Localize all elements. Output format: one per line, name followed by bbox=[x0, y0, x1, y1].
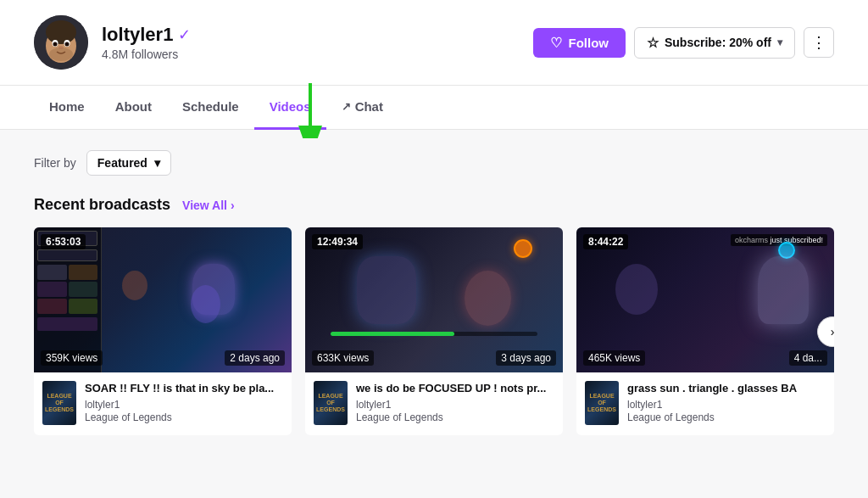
nav-home[interactable]: Home bbox=[34, 86, 100, 130]
svg-point-6 bbox=[65, 42, 70, 47]
thumbnail-1: 6:53:03 359K views 2 days ago bbox=[34, 227, 292, 372]
video-title-1: SOAR !! FLY !! is that in sky be pla... bbox=[85, 381, 283, 396]
channel-name: loltyler1 bbox=[102, 24, 173, 46]
dots-icon: ⋮ bbox=[811, 33, 826, 52]
days-3: 4 da... bbox=[789, 350, 827, 366]
svg-point-8 bbox=[58, 46, 64, 49]
video-card-1[interactable]: 6:53:03 359K views 2 days ago LEAGUEOFLE… bbox=[34, 227, 292, 435]
days-2: 3 days ago bbox=[496, 350, 556, 366]
video-title-3: grass sun . triangle . glasses BA bbox=[627, 381, 826, 396]
section-header: Recent broadcasts View All › bbox=[34, 196, 834, 214]
video-info-2: LEAGUEOFLEGENDS we is do be FOCUSED UP !… bbox=[305, 372, 563, 435]
video-meta-2: we is do be FOCUSED UP ! nots pr... lolt… bbox=[356, 381, 554, 423]
video-meta-1: SOAR !! FLY !! is that in sky be pla... … bbox=[85, 381, 283, 423]
filter-selected-value: Featured bbox=[97, 156, 147, 170]
channel-nav: Home About Schedule Videos ↗ Chat bbox=[0, 86, 868, 130]
views-1: 359K views bbox=[41, 350, 103, 366]
video-title-2: we is do be FOCUSED UP ! nots pr... bbox=[356, 381, 554, 396]
followers-count: 4.8M followers bbox=[102, 48, 191, 61]
video-channel-1: loltyler1 bbox=[85, 399, 283, 411]
video-channel-2: loltyler1 bbox=[356, 399, 554, 411]
follow-button[interactable]: ♡ Follow bbox=[533, 28, 626, 58]
video-game-2: League of Legends bbox=[356, 411, 554, 423]
view-all-label: View All bbox=[182, 199, 227, 212]
nav-about[interactable]: About bbox=[100, 86, 167, 130]
video-grid: 6:53:03 359K views 2 days ago LEAGUEOFLE… bbox=[34, 227, 834, 435]
svg-point-2 bbox=[46, 20, 76, 44]
nav-videos[interactable]: Videos bbox=[254, 86, 326, 130]
svg-point-5 bbox=[53, 42, 58, 47]
video-card-3[interactable]: okcharms just subscribed! 8:44:22 465K v… bbox=[576, 227, 834, 435]
avatar bbox=[34, 15, 88, 70]
nav-chat[interactable]: ↗ Chat bbox=[326, 86, 398, 130]
filter-chevron-icon: ▾ bbox=[154, 156, 160, 170]
external-arrow-icon: ↗ bbox=[342, 100, 351, 113]
svg-point-7 bbox=[49, 48, 73, 61]
game-thumbnail-1: LEAGUEOFLEGENDS bbox=[42, 381, 76, 425]
views-3: 465K views bbox=[583, 350, 645, 366]
filter-label: Filter by bbox=[34, 156, 76, 170]
verified-icon: ✓ bbox=[178, 25, 191, 44]
star-icon: ☆ bbox=[647, 35, 659, 51]
video-channel-3: loltyler1 bbox=[627, 399, 826, 411]
section-title: Recent broadcasts bbox=[34, 196, 170, 214]
channel-header: loltyler1 ✓ 4.8M followers ♡ Follow ☆ Su… bbox=[0, 0, 868, 86]
channel-identity: loltyler1 ✓ 4.8M followers bbox=[34, 15, 191, 70]
video-game-1: League of Legends bbox=[85, 411, 283, 423]
subscribe-label: Subscribe: 20% off bbox=[665, 36, 771, 49]
chevron-right-icon: › bbox=[831, 325, 834, 339]
video-card-2[interactable]: 12:49:34 633K views 3 days ago LEAGUEOFL… bbox=[305, 227, 563, 435]
views-2: 633K views bbox=[312, 350, 374, 366]
thumbnail-2: 12:49:34 633K views 3 days ago bbox=[305, 227, 563, 372]
heart-icon: ♡ bbox=[550, 35, 562, 51]
follow-label: Follow bbox=[568, 36, 609, 50]
nav-schedule[interactable]: Schedule bbox=[167, 86, 254, 130]
duration-3: 8:44:22 bbox=[583, 234, 628, 249]
game-thumbnail-2: LEAGUEOFLEGENDS bbox=[314, 381, 348, 425]
days-1: 2 days ago bbox=[225, 350, 285, 366]
duration-2: 12:49:34 bbox=[312, 234, 363, 249]
filter-dropdown[interactable]: Featured ▾ bbox=[86, 150, 171, 176]
chat-label: Chat bbox=[355, 99, 383, 114]
main-content: Filter by Featured ▾ Recent broadcasts V… bbox=[0, 130, 868, 456]
subscribe-button[interactable]: ☆ Subscribe: 20% off ▾ bbox=[634, 27, 795, 59]
video-info-3: LEAGUEOFLEGENDS grass sun . triangle . g… bbox=[576, 372, 834, 435]
video-meta-3: grass sun . triangle . glasses BA loltyl… bbox=[627, 381, 826, 423]
more-options-button[interactable]: ⋮ bbox=[804, 27, 834, 58]
chevron-right-icon: › bbox=[231, 199, 235, 212]
video-info-1: LEAGUEOFLEGENDS SOAR !! FLY !! is that i… bbox=[34, 372, 292, 435]
view-all-link[interactable]: View All › bbox=[182, 199, 235, 212]
game-thumbnail-3: LEAGUEOFLEGENDS bbox=[585, 381, 619, 425]
chevron-down-icon: ▾ bbox=[777, 36, 782, 48]
duration-1: 6:53:03 bbox=[41, 234, 86, 249]
channel-info: loltyler1 ✓ 4.8M followers bbox=[102, 24, 191, 61]
header-actions: ♡ Follow ☆ Subscribe: 20% off ▾ ⋮ bbox=[533, 27, 834, 59]
thumbnail-3: okcharms just subscribed! 8:44:22 465K v… bbox=[576, 227, 834, 372]
video-game-3: League of Legends bbox=[627, 411, 826, 423]
filter-row: Filter by Featured ▾ bbox=[34, 150, 834, 176]
